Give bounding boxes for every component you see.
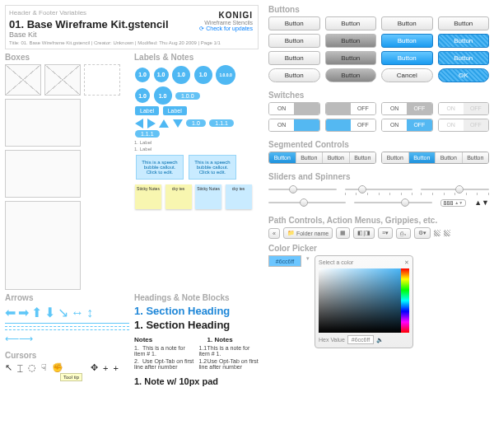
button-cancel[interactable]: Cancel — [381, 68, 433, 82]
box-plain[interactable] — [5, 99, 81, 147]
button-ok[interactable]: OK — [438, 68, 490, 82]
label-rect[interactable]: Label — [135, 106, 159, 115]
slider[interactable] — [354, 198, 431, 208]
slider[interactable] — [268, 184, 337, 194]
button[interactable]: Button — [325, 16, 377, 30]
leader-pill[interactable]: 1.1.1 — [135, 130, 160, 138]
arrow-up-icon[interactable] — [159, 119, 169, 128]
sticky-note[interactable]: cky tes — [165, 184, 192, 209]
grippy-icon[interactable] — [444, 230, 450, 236]
grippy-icon[interactable] — [434, 230, 440, 236]
cursor-move-icon[interactable]: ✥ — [91, 362, 98, 373]
segmented-control[interactable]: ButtonButtonButtonButton — [268, 152, 376, 164]
cursor-plus-icon[interactable]: + — [113, 363, 118, 373]
button-selected[interactable]: Button — [438, 51, 490, 65]
button-dark[interactable]: Button — [325, 34, 377, 48]
cursor-ibeam-icon[interactable]: ⌶ — [17, 363, 23, 373]
sticky-note[interactable]: cky tes — [226, 184, 252, 209]
callout-pill[interactable]: 1.0.0 — [175, 92, 200, 100]
arrow-icon[interactable]: ↕ — [86, 306, 93, 320]
callout-circle[interactable]: 1.0 — [135, 68, 150, 82]
button[interactable]: Button — [268, 16, 320, 30]
arrow-right-icon[interactable] — [147, 119, 156, 128]
arrow-icon[interactable]: ⬇ — [44, 305, 55, 320]
switch-blue[interactable]: ON — [268, 119, 320, 132]
gear-icon[interactable]: ⚙▾ — [414, 227, 431, 239]
hex-input[interactable]: #6cc6ff — [347, 335, 374, 344]
line-dashed[interactable] — [5, 326, 129, 327]
icon-button[interactable]: ⎙▾ — [396, 228, 411, 239]
box-tall[interactable] — [5, 201, 81, 290]
slider-ticks[interactable] — [345, 184, 413, 194]
note-padded[interactable]: 1. Note w/ 10px pad — [134, 376, 259, 386]
cursor-arrow-icon[interactable]: ↖ — [5, 362, 12, 373]
speech-bubble[interactable]: This is a speech bubble callout. Click t… — [136, 155, 184, 180]
stepper-icon[interactable]: ▲▼ — [474, 198, 489, 207]
box-placeholder-x[interactable] — [5, 64, 41, 96]
switch[interactable]: OFF — [325, 102, 377, 115]
path-back[interactable]: « — [268, 228, 280, 239]
leader-pill[interactable]: 1.0 — [186, 119, 206, 127]
segmented-control[interactable]: ButtonButtonButtonButton — [381, 152, 489, 164]
check-updates-link[interactable]: ⟳ Check for updates — [199, 26, 253, 31]
arrow-left-icon[interactable] — [135, 119, 143, 128]
speech-bubble[interactable]: This is a speech bubble callout. Click t… — [189, 155, 236, 180]
box-dashed[interactable] — [84, 64, 120, 96]
callout-circle[interactable]: 1.0 — [154, 86, 172, 105]
section-path: Path Controls, Action Menus, Grippies, e… — [268, 216, 489, 225]
button-round[interactable]: Button — [268, 68, 320, 82]
icon-button[interactable]: ◧|◨ — [353, 227, 375, 239]
cursor-wait-icon[interactable]: ◌ — [28, 362, 36, 373]
color-picker-panel: Select a color✕ Hex Value#6cc6ff🔈 — [315, 255, 413, 348]
switch[interactable]: ONOFF — [381, 102, 433, 115]
button-primary[interactable]: Button — [381, 51, 433, 65]
cursor-grab-icon[interactable]: ✊Tool tip — [52, 362, 86, 373]
arrow-long-icon[interactable]: ⟵⟶ — [5, 333, 129, 344]
box-placeholder-x[interactable] — [44, 64, 81, 96]
spinner[interactable]: 888▲▼ — [440, 199, 467, 207]
sticky-note[interactable]: Sticky Notes — [135, 184, 161, 209]
line-solid[interactable] — [5, 323, 129, 324]
close-icon[interactable]: ✕ — [404, 259, 409, 266]
slider-ticks[interactable] — [421, 184, 489, 194]
arrow-icon[interactable]: ↔ — [71, 306, 84, 320]
logo-text: KONIGI — [218, 11, 253, 20]
button[interactable]: Button — [438, 16, 490, 30]
arrow-icon[interactable]: ⬅ — [5, 305, 16, 320]
switch[interactable]: ON — [268, 102, 320, 115]
button-selected[interactable]: Button — [438, 34, 490, 48]
button[interactable]: Button — [381, 16, 433, 30]
icon-button[interactable]: ≡▾ — [378, 227, 393, 239]
leader-pill[interactable]: 1.1.1 — [209, 119, 234, 127]
color-gradient[interactable] — [319, 268, 409, 333]
path-folder[interactable]: 📁 Folder name — [283, 227, 333, 239]
button[interactable]: Button — [268, 34, 320, 48]
button-primary[interactable]: Button — [381, 34, 433, 48]
arrow-icon[interactable]: ↘ — [58, 305, 68, 320]
heading-blue[interactable]: 1. Section Heading — [134, 305, 259, 317]
cursor-plus-icon[interactable]: + — [103, 363, 108, 373]
box-plain[interactable] — [5, 150, 81, 198]
callout-circle[interactable]: 1.0 — [172, 66, 190, 84]
button-round-dark[interactable]: Button — [325, 68, 377, 82]
icon-button[interactable]: ▦ — [336, 227, 350, 239]
color-swatch[interactable]: #6cc6ff — [268, 255, 301, 267]
callout-circle[interactable]: 1.0.0.0 — [216, 65, 235, 85]
label-rect[interactable]: Label — [163, 106, 187, 115]
callout-circle[interactable]: 1.0 — [154, 68, 169, 82]
line-dashed[interactable] — [5, 329, 129, 330]
cursor-hand-icon[interactable]: ☟ — [41, 362, 47, 373]
callout-circle[interactable]: 1.0 — [135, 88, 150, 103]
callout-circle[interactable]: 1.0 — [194, 66, 212, 84]
speaker-icon[interactable]: 🔈 — [376, 337, 384, 343]
switch-blue[interactable]: ONOFF — [381, 119, 433, 132]
slider[interactable] — [268, 198, 346, 208]
button[interactable]: Button — [268, 51, 320, 65]
heading-black[interactable]: 1. Section Heading — [134, 319, 259, 331]
button-dark[interactable]: Button — [325, 51, 377, 65]
arrow-down-icon[interactable] — [173, 119, 183, 128]
switch-blue[interactable]: OFF — [325, 119, 377, 132]
arrow-icon[interactable]: ➡ — [18, 305, 29, 320]
arrow-icon[interactable]: ⬆ — [31, 305, 42, 320]
sticky-note[interactable]: Sticky Notes — [195, 184, 221, 209]
